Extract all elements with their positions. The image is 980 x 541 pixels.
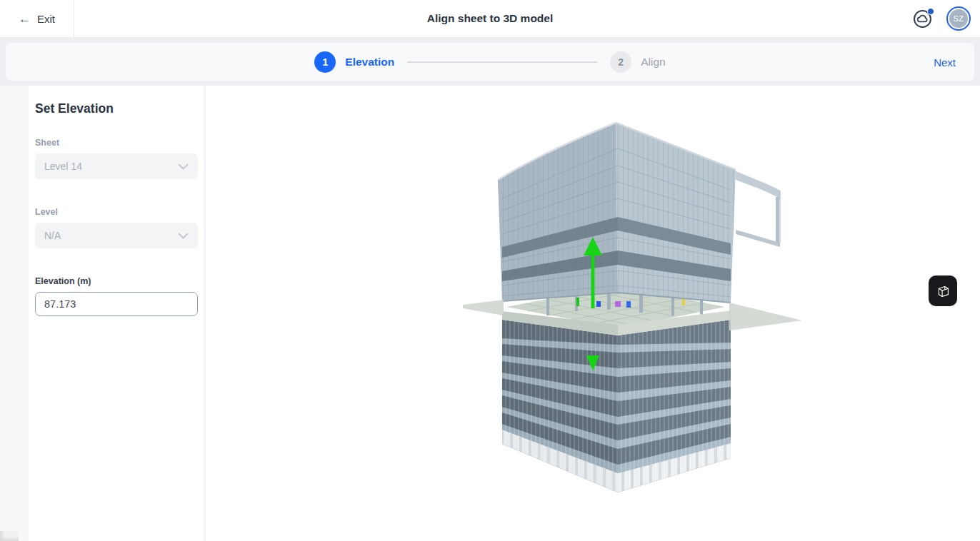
- user-avatar[interactable]: SZ: [946, 6, 971, 31]
- sheet-select-value: Level 14: [44, 161, 82, 172]
- model-marker-blue: [596, 301, 601, 307]
- sheet-label: Sheet: [35, 138, 198, 148]
- level-select[interactable]: N/A: [35, 223, 198, 248]
- stepper-connector-line: [407, 61, 597, 63]
- header-actions: SZ: [913, 0, 971, 37]
- avatar-initials: SZ: [949, 9, 968, 28]
- view-cube-button[interactable]: [929, 275, 957, 306]
- panel-title: Set Elevation: [35, 101, 198, 116]
- chevron-down-icon: [178, 163, 189, 170]
- model-marker-green: [576, 298, 579, 306]
- model-marker-purple: [615, 301, 621, 307]
- 3d-viewport[interactable]: [206, 86, 980, 541]
- model-marker-blue: [626, 301, 631, 308]
- cube-wireframe-icon: [934, 282, 952, 300]
- elevation-input[interactable]: [35, 292, 198, 316]
- step-align: 2 Align: [610, 51, 665, 73]
- corner-notch: [0, 531, 19, 541]
- step-elevation[interactable]: 1 Elevation: [314, 51, 394, 73]
- next-button[interactable]: Next: [934, 56, 956, 68]
- set-elevation-panel: Set Elevation Sheet Level 14 Level N/A E…: [29, 86, 205, 541]
- app-header: ← Exit Align sheet to 3D model SZ: [0, 0, 980, 38]
- building-lower-section: [502, 320, 731, 492]
- step-2-label: Align: [641, 56, 665, 69]
- 3d-building-model[interactable]: [461, 121, 804, 510]
- cloud-status-button[interactable]: [913, 9, 932, 29]
- chevron-down-icon: [178, 233, 189, 239]
- step-1-circle: 1: [314, 51, 336, 73]
- stepper-band: 1 Elevation 2 Align Next: [0, 38, 980, 86]
- annex-canopy: [736, 171, 780, 198]
- elevation-label: Elevation (m): [35, 276, 198, 286]
- step-1-label: Elevation: [345, 56, 394, 69]
- stepper: 1 Elevation 2 Align Next: [6, 43, 974, 81]
- page-title: Align sheet to 3D model: [0, 0, 980, 37]
- step-2-circle: 2: [610, 51, 631, 73]
- sheet-select[interactable]: Level 14: [35, 153, 198, 179]
- building-upper-section: [498, 123, 780, 303]
- level-label: Level: [35, 207, 198, 217]
- level-select-value: N/A: [44, 230, 61, 241]
- notification-dot-badge: [927, 8, 934, 15]
